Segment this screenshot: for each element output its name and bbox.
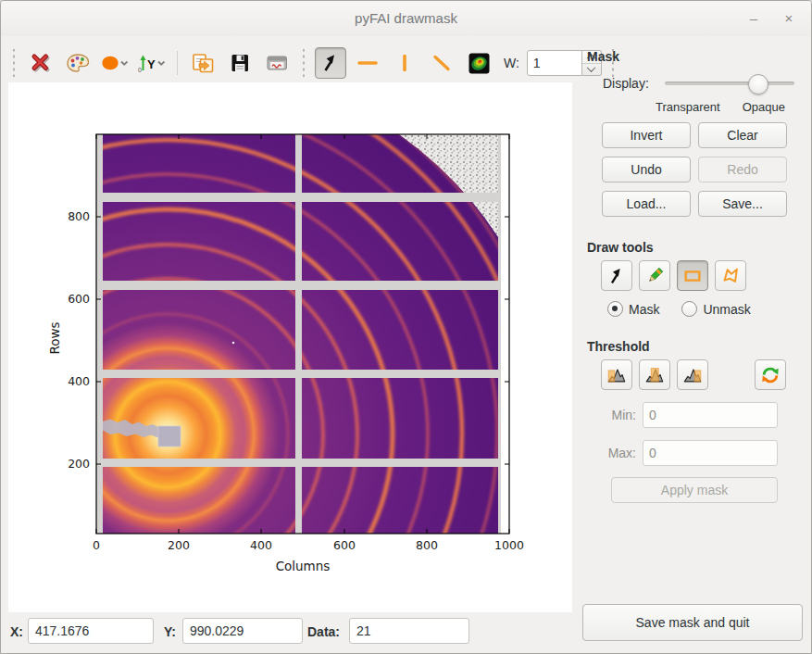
mask-below-threshold-button[interactable] [601, 359, 632, 390]
titlebar: pyFAI drawmask – × [1, 1, 811, 36]
undo-button[interactable]: Undo [602, 157, 691, 182]
toolbar-separator [177, 51, 178, 75]
minimize-button[interactable]: – [743, 8, 765, 29]
refresh-icon [760, 365, 781, 385]
cursor-arrow-icon [319, 52, 342, 74]
mask-between-threshold-button[interactable] [639, 359, 670, 390]
palette-button[interactable] [62, 47, 94, 79]
x-axis-label: Columns [276, 559, 331, 573]
data-value-label: Data: [307, 624, 340, 639]
snapshot-button[interactable] [261, 47, 293, 79]
apply-mask-button[interactable]: Apply mask [611, 477, 778, 503]
min-label: Min: [577, 408, 643, 422]
app-window: pyFAI drawmask – × [0, 0, 812, 654]
svg-text:200: 200 [168, 538, 190, 552]
width-label: W: [504, 56, 519, 70]
slider-handle[interactable] [748, 74, 768, 94]
opaque-label: Opaque [743, 100, 785, 114]
threshold-title: Threshold [587, 339, 806, 354]
refresh-threshold-button[interactable] [755, 359, 786, 390]
plot-widget: 0 200 400 600 800 1000 800 600 400 200 C… [8, 82, 572, 612]
y-coord-label: Y: [164, 624, 176, 639]
vline-tool-button[interactable] [389, 47, 420, 79]
rectangle-tool-button[interactable] [677, 260, 708, 291]
svg-text:0: 0 [138, 67, 142, 73]
histogram-below-icon [606, 365, 627, 385]
clear-button[interactable]: Clear [698, 122, 787, 148]
svg-text:Y: Y [147, 57, 156, 71]
floppy-disk-icon [229, 52, 251, 74]
colormap-icon [468, 53, 490, 74]
save-figure-button[interactable] [224, 47, 256, 79]
load-button[interactable]: Load... [602, 191, 691, 217]
toolbar-handle[interactable] [11, 49, 17, 77]
y-axis-button[interactable]: Y 0 [136, 47, 168, 79]
toolbar-handle-2[interactable] [301, 49, 306, 77]
palette-icon [66, 52, 91, 74]
max-label: Max: [577, 446, 643, 460]
y-coord-field[interactable] [182, 618, 303, 644]
close-button[interactable]: × [778, 8, 800, 29]
diagonal-line-icon [431, 53, 453, 73]
mask-radio-label: Mask [629, 302, 659, 317]
polygon-icon [720, 266, 741, 286]
svg-text:600: 600 [333, 538, 356, 552]
diffraction-plot[interactable]: 0 200 400 600 800 1000 800 600 400 200 C… [8, 82, 572, 612]
copy-button[interactable] [187, 47, 219, 79]
colormap-button[interactable] [463, 47, 494, 79]
mask-panel: Mask Display: Transparent Opaque Invert … [577, 49, 806, 503]
horizontal-line-icon [356, 53, 380, 73]
svg-text:600: 600 [68, 292, 90, 306]
mask-radio[interactable] [607, 301, 623, 317]
polygon-tool-button[interactable] [715, 260, 746, 291]
y-axis-icon: Y 0 [137, 53, 167, 73]
unmask-radio[interactable] [681, 301, 697, 317]
pencil-tool-button[interactable] [639, 260, 670, 291]
display-label: Display: [603, 76, 649, 91]
slider-track[interactable] [665, 82, 794, 85]
svg-text:800: 800 [416, 538, 438, 552]
copy-icon [191, 52, 216, 74]
mask-above-threshold-button[interactable] [677, 359, 708, 390]
redo-button[interactable]: Redo [698, 157, 787, 182]
line-width-input[interactable] [527, 50, 582, 76]
hline-tool-button[interactable] [352, 47, 383, 79]
detector-edge-blank [501, 134, 509, 534]
draw-tools-title: Draw tools [587, 240, 806, 255]
y-axis-label: Rows [47, 321, 62, 354]
x-coord-field[interactable] [28, 618, 154, 644]
save-button[interactable]: Save... [698, 191, 787, 217]
red-x-icon [30, 52, 52, 74]
vertical-line-icon [394, 53, 415, 73]
svg-text:400: 400 [250, 538, 272, 552]
transparent-label: Transparent [656, 100, 720, 114]
histogram-between-icon [644, 365, 665, 385]
cursor-arrow-icon [606, 266, 627, 286]
window-title: pyFAI drawmask [1, 10, 811, 26]
line-tool-button[interactable] [426, 47, 457, 79]
min-input[interactable] [643, 402, 778, 428]
max-input[interactable] [643, 440, 778, 466]
hot-pixel [232, 342, 235, 345]
save-mask-quit-button[interactable]: Save mask and quit [582, 604, 803, 641]
orange-ellipse-icon [100, 53, 130, 73]
mask-section-title: Mask [587, 49, 806, 64]
mask-opacity-slider[interactable] [665, 74, 794, 93]
print-preview-icon [265, 53, 290, 73]
toolbar: Y 0 [8, 45, 618, 81]
data-value-field[interactable] [349, 618, 469, 644]
select-tool-button[interactable] [601, 260, 632, 291]
clear-plot-button[interactable] [25, 47, 56, 79]
svg-text:200: 200 [68, 457, 90, 471]
svg-text:800: 800 [68, 209, 90, 223]
curve-style-button[interactable] [99, 47, 131, 79]
svg-text:400: 400 [68, 374, 90, 388]
unmask-radio-label: Unmask [703, 302, 750, 317]
pan-select-tool-button[interactable] [315, 47, 346, 79]
rectangle-icon [682, 266, 703, 286]
x-coord-label: X: [10, 624, 23, 639]
svg-text:1000: 1000 [494, 538, 524, 552]
beamstop-square-mask [158, 426, 181, 446]
pencil-icon [644, 266, 665, 286]
invert-button[interactable]: Invert [602, 122, 691, 148]
